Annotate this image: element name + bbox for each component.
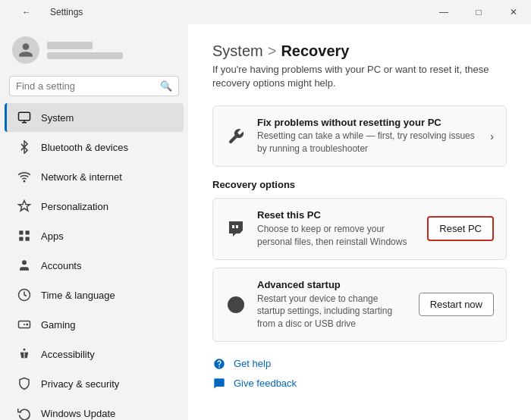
user-email	[47, 52, 123, 59]
breadcrumb-current: Recovery	[281, 42, 349, 60]
sidebar-nav: System Bluetooth & devices Network & int…	[0, 102, 188, 420]
sidebar-item-accessibility[interactable]: Accessibility	[5, 340, 184, 368]
svg-rect-7	[26, 237, 30, 241]
get-help-icon	[212, 357, 226, 371]
recovery-options-title: Recovery options	[212, 179, 507, 190]
fix-problems-title: Fix problems without resetting your PC	[257, 117, 479, 128]
svg-point-3	[24, 180, 25, 182]
sidebar-item-system[interactable]: System	[5, 103, 184, 132]
search-icon: 🔍	[160, 80, 172, 92]
back-button[interactable]: ←	[9, 0, 44, 24]
reset-pc-button-container: Reset PC	[427, 216, 494, 241]
sidebar-item-label-network: Network & internet	[41, 171, 122, 183]
gaming-icon	[17, 317, 32, 332]
user-icon	[17, 42, 34, 58]
app-container: 🔍 System Bluetooth & devices	[0, 24, 531, 420]
reset-pc-card: Reset this PC Choose to keep or remove y…	[212, 198, 507, 260]
breadcrumb-separator: >	[268, 42, 277, 60]
give-feedback-link[interactable]: Give feedback	[234, 378, 297, 389]
advanced-startup-icon	[225, 294, 247, 315]
sidebar-item-time[interactable]: Time & language	[5, 281, 184, 309]
sidebar-item-label-system: System	[41, 112, 74, 124]
fix-problems-card[interactable]: Fix problems without resetting your PC R…	[212, 105, 507, 167]
titlebar: ← Settings — □ ✕	[0, 0, 531, 24]
svg-rect-4	[19, 230, 23, 234]
page-subtitle: If you're having problems with your PC o…	[212, 63, 507, 90]
user-name	[47, 42, 93, 49]
system-icon	[17, 110, 32, 125]
svg-rect-0	[19, 112, 30, 121]
breadcrumb: System > Recovery	[212, 42, 507, 60]
chevron-right-icon: ›	[490, 130, 494, 143]
sidebar-item-privacy[interactable]: Privacy & security	[5, 369, 184, 398]
svg-rect-5	[26, 230, 30, 234]
sidebar-item-label-personalization: Personalization	[41, 201, 108, 212]
app-title: Settings	[50, 7, 83, 17]
advanced-startup-text: Advanced startup Restart your device to …	[257, 279, 408, 331]
sidebar-item-label-privacy: Privacy & security	[41, 378, 119, 390]
bluetooth-icon	[17, 139, 32, 155]
give-feedback-icon	[212, 377, 226, 390]
accessibility-icon	[17, 346, 32, 362]
time-icon	[17, 287, 32, 302]
accounts-icon	[17, 258, 32, 273]
reset-pc-desc: Choose to keep or remove your personal f…	[257, 223, 416, 249]
search-box[interactable]: 🔍	[9, 76, 179, 96]
sidebar-item-apps[interactable]: Apps	[5, 221, 184, 250]
sidebar-item-label-bluetooth: Bluetooth & devices	[41, 142, 128, 153]
sidebar-item-update[interactable]: Windows Update	[5, 399, 184, 420]
restart-now-button[interactable]: Restart now	[419, 293, 494, 316]
sidebar: 🔍 System Bluetooth & devices	[0, 24, 188, 420]
svg-point-14	[24, 349, 26, 351]
svg-point-8	[22, 260, 27, 265]
advanced-startup-card: Advanced startup Restart your device to …	[212, 268, 507, 342]
titlebar-controls: — □ ✕	[426, 0, 531, 24]
fix-problems-text: Fix problems without resetting your PC R…	[257, 117, 479, 155]
user-section	[0, 24, 188, 73]
privacy-icon	[17, 376, 32, 391]
restart-now-button-container: Restart now	[419, 293, 494, 316]
titlebar-left: ← Settings	[9, 0, 83, 24]
sidebar-item-personalization[interactable]: Personalization	[5, 192, 184, 221]
get-help-link-item: Get help	[212, 357, 507, 371]
maximize-button[interactable]: □	[461, 0, 496, 24]
sidebar-item-gaming[interactable]: Gaming	[5, 310, 184, 339]
fix-problems-icon	[225, 126, 247, 147]
fix-problems-desc: Resetting can take a while — first, try …	[257, 130, 479, 155]
network-icon	[17, 169, 32, 184]
main-content: System > Recovery If you're having probl…	[188, 24, 531, 420]
avatar	[12, 36, 39, 64]
advanced-startup-desc: Restart your device to change startup se…	[257, 293, 408, 331]
reset-pc-text: Reset this PC Choose to keep or remove y…	[257, 209, 416, 249]
sidebar-item-accounts[interactable]: Accounts	[5, 251, 184, 280]
advanced-startup-title: Advanced startup	[257, 279, 408, 290]
sidebar-item-label-time: Time & language	[41, 290, 115, 301]
reset-pc-button[interactable]: Reset PC	[427, 216, 494, 241]
user-info	[47, 42, 123, 59]
reset-pc-icon	[225, 218, 247, 240]
sidebar-item-bluetooth[interactable]: Bluetooth & devices	[5, 133, 184, 161]
sidebar-item-label-update: Windows Update	[41, 408, 115, 419]
get-help-link[interactable]: Get help	[234, 358, 271, 369]
link-section: Get help Give feedback	[212, 357, 507, 390]
svg-point-13	[27, 324, 28, 325]
sidebar-item-network[interactable]: Network & internet	[5, 162, 184, 191]
minimize-button[interactable]: —	[426, 0, 461, 24]
close-button[interactable]: ✕	[496, 0, 531, 24]
update-icon	[17, 406, 32, 420]
sidebar-item-label-apps: Apps	[41, 230, 64, 242]
apps-icon	[17, 228, 32, 243]
svg-rect-6	[19, 237, 23, 241]
search-input[interactable]	[16, 80, 160, 92]
reset-pc-title: Reset this PC	[257, 209, 416, 221]
sidebar-item-label-accounts: Accounts	[41, 260, 81, 271]
give-feedback-link-item: Give feedback	[212, 377, 507, 390]
breadcrumb-parent: System	[212, 42, 263, 60]
sidebar-item-label-accessibility: Accessibility	[41, 349, 95, 360]
sidebar-item-label-gaming: Gaming	[41, 319, 76, 331]
personalization-icon	[17, 199, 32, 214]
